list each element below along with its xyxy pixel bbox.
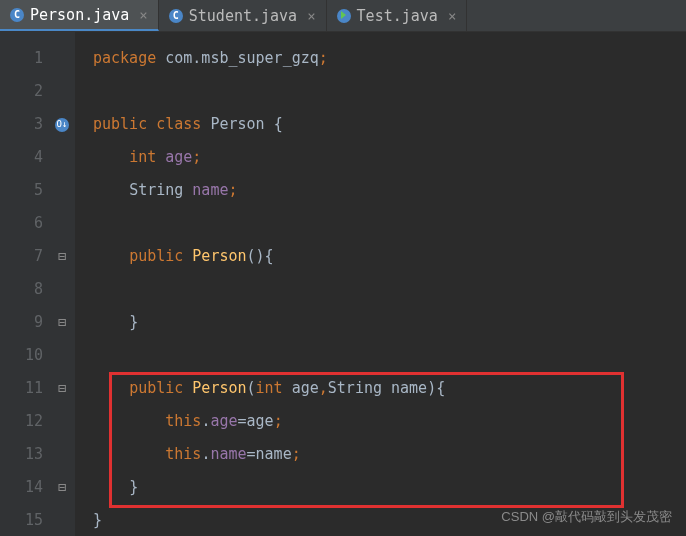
line-number: 6: [0, 207, 75, 240]
tab-test[interactable]: Test.java ×: [327, 0, 468, 31]
editor-area: 1 2 3O↓ 4 5 6 7⊟ 8 9⊟ 10 11⊟ 12 13 14⊟ 1…: [0, 32, 686, 536]
code-line: [93, 339, 686, 372]
code-area[interactable]: package com.msb_super_gzq; public class …: [75, 32, 686, 536]
tab-label: Person.java: [30, 6, 129, 24]
line-number: 2: [0, 75, 75, 108]
line-number: 13: [0, 438, 75, 471]
code-line: public Person(int age,String name){: [93, 372, 686, 405]
close-icon[interactable]: ×: [448, 8, 456, 24]
line-number: 1: [0, 42, 75, 75]
line-number: 15: [0, 504, 75, 536]
line-number: 10: [0, 339, 75, 372]
fold-open-icon[interactable]: ⊟: [55, 382, 69, 396]
line-number: 12: [0, 405, 75, 438]
code-line: String name;: [93, 174, 686, 207]
code-line: [93, 75, 686, 108]
fold-close-icon[interactable]: ⊟: [55, 481, 69, 495]
tab-label: Student.java: [189, 7, 297, 25]
line-number: 11⊟: [0, 372, 75, 405]
editor-tabs: C Person.java × C Student.java × Test.ja…: [0, 0, 686, 32]
code-line: this.age=age;: [93, 405, 686, 438]
line-number: 7⊟: [0, 240, 75, 273]
gutter: 1 2 3O↓ 4 5 6 7⊟ 8 9⊟ 10 11⊟ 12 13 14⊟ 1…: [0, 32, 75, 536]
code-line: public class Person {: [93, 108, 686, 141]
close-icon[interactable]: ×: [139, 7, 147, 23]
line-number: 5: [0, 174, 75, 207]
tab-person[interactable]: C Person.java ×: [0, 0, 159, 31]
code-line: package com.msb_super_gzq;: [93, 42, 686, 75]
fold-open-icon[interactable]: ⊟: [55, 250, 69, 264]
code-line: int age;: [93, 141, 686, 174]
line-number: 3O↓: [0, 108, 75, 141]
override-down-icon[interactable]: O↓: [55, 118, 69, 132]
tab-student[interactable]: C Student.java ×: [159, 0, 327, 31]
class-icon: C: [169, 9, 183, 23]
code-line: public Person(){: [93, 240, 686, 273]
line-number: 14⊟: [0, 471, 75, 504]
fold-close-icon[interactable]: ⊟: [55, 316, 69, 330]
tab-label: Test.java: [357, 7, 438, 25]
code-line: [93, 273, 686, 306]
run-icon: [337, 9, 351, 23]
line-number: 4: [0, 141, 75, 174]
code-line: }: [93, 306, 686, 339]
class-icon: C: [10, 8, 24, 22]
code-line: this.name=name;: [93, 438, 686, 471]
watermark: CSDN @敲代码敲到头发茂密: [501, 508, 672, 526]
line-number: 8: [0, 273, 75, 306]
code-line: [93, 207, 686, 240]
line-number: 9⊟: [0, 306, 75, 339]
code-line: }: [93, 471, 686, 504]
close-icon[interactable]: ×: [307, 8, 315, 24]
